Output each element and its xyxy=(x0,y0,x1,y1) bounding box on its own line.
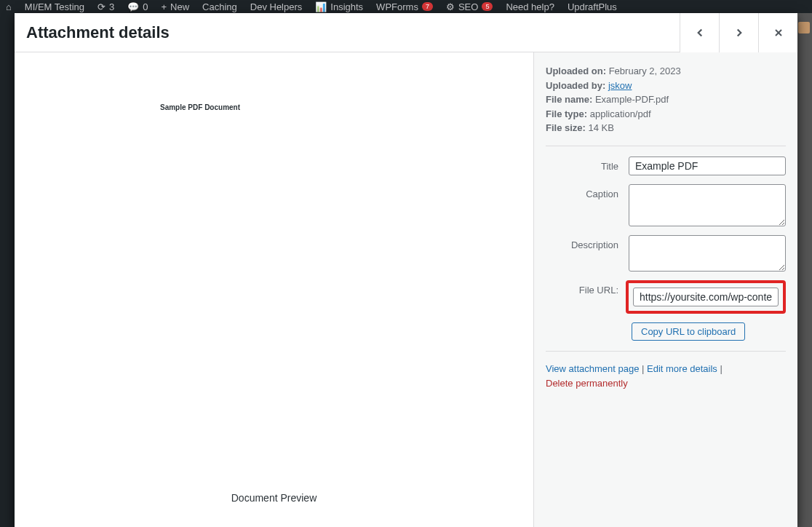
updates-count: 3 xyxy=(109,1,114,12)
caption-label: Caption xyxy=(546,184,618,199)
new-label: New xyxy=(170,1,189,12)
description-label: Description xyxy=(546,235,618,250)
dev-helpers-item[interactable]: Dev Helpers xyxy=(250,1,303,12)
close-icon xyxy=(773,27,784,39)
modal-body: Sample PDF Document Document Preview Upl… xyxy=(15,52,797,527)
help-item[interactable]: Need help? xyxy=(506,1,554,12)
details-pane: Uploaded on: February 2, 2023 Uploaded b… xyxy=(534,52,797,527)
document-preview-label: Document Preview xyxy=(231,492,317,504)
view-attachment-link[interactable]: View attachment page xyxy=(546,363,639,374)
updraft-item[interactable]: UpdraftPlus xyxy=(568,1,617,12)
file-type-value: application/pdf xyxy=(590,108,651,119)
file-name-label: File name: xyxy=(546,94,592,105)
action-links: View attachment page | Edit more details… xyxy=(546,362,786,392)
caption-textarea[interactable] xyxy=(629,184,786,226)
seo-item[interactable]: ⚙ SEO 5 xyxy=(446,1,493,12)
modal-title: Attachment details xyxy=(15,23,680,42)
file-url-label: File URL: xyxy=(546,280,618,296)
separator: | xyxy=(720,363,722,374)
chevron-left-icon xyxy=(693,26,706,39)
seo-label: SEO xyxy=(458,1,478,12)
title-input[interactable] xyxy=(629,156,786,175)
description-textarea[interactable] xyxy=(629,235,786,272)
file-size-value: 14 KB xyxy=(589,122,614,133)
file-url-highlight xyxy=(626,280,786,314)
modal-header: Attachment details xyxy=(15,13,797,52)
uploaded-on-value: February 2, 2023 xyxy=(609,66,681,76)
seo-badge: 5 xyxy=(482,2,493,11)
next-button[interactable] xyxy=(719,13,758,52)
sidebar-icon[interactable] xyxy=(0,67,15,82)
wp-logo-icon[interactable]: ⌂ xyxy=(6,1,12,12)
meta-block: Uploaded on: February 2, 2023 Uploaded b… xyxy=(546,64,786,135)
caption-row: Caption xyxy=(546,184,786,226)
comments-item[interactable]: 💬 0 xyxy=(127,1,148,12)
admin-sidebar xyxy=(0,13,15,527)
title-row: Title xyxy=(546,156,786,175)
wpforms-label: WPForms xyxy=(376,1,418,12)
uploaded-by-link[interactable]: jskow xyxy=(608,80,632,91)
comments-count: 0 xyxy=(143,1,148,12)
file-type-label: File type: xyxy=(546,108,587,119)
file-name-value: Example-PDF.pdf xyxy=(595,94,669,105)
edit-more-link[interactable]: Edit more details xyxy=(647,363,717,374)
avatar[interactable] xyxy=(798,22,810,33)
chevron-right-icon xyxy=(733,26,746,39)
wpforms-item[interactable]: WPForms 7 xyxy=(376,1,433,12)
insights-item[interactable]: 📊 Insights xyxy=(315,1,363,12)
new-item[interactable]: + New xyxy=(161,1,189,12)
separator: | xyxy=(642,363,647,374)
divider xyxy=(546,351,786,352)
uploaded-on-label: Uploaded on: xyxy=(546,66,606,76)
insights-label: Insights xyxy=(330,1,363,12)
site-name[interactable]: MI/EM Testing xyxy=(25,1,84,12)
title-label: Title xyxy=(546,156,618,172)
delete-permanently-link[interactable]: Delete permanently xyxy=(546,378,628,389)
caching-item[interactable]: Caching xyxy=(202,1,237,12)
uploaded-by-label: Uploaded by: xyxy=(546,80,605,91)
attachment-details-modal: Attachment details Sample PDF Document D… xyxy=(15,13,797,527)
file-url-input[interactable] xyxy=(633,288,779,306)
updates-item[interactable]: ⟳ 3 xyxy=(97,1,114,12)
file-size-label: File size: xyxy=(546,122,586,133)
sidebar-icon[interactable] xyxy=(0,44,15,58)
description-row: Description xyxy=(546,235,786,272)
divider xyxy=(546,146,786,146)
sidebar-icon[interactable] xyxy=(0,20,15,35)
document-sample-text: Sample PDF Document xyxy=(29,67,519,111)
preview-pane: Sample PDF Document Document Preview xyxy=(15,52,534,527)
copy-url-button[interactable]: Copy URL to clipboard xyxy=(632,322,745,341)
file-url-row: File URL: xyxy=(546,280,786,314)
sidebar-icon[interactable] xyxy=(0,90,15,105)
prev-button[interactable] xyxy=(680,13,719,52)
admin-bar: ⌂ MI/EM Testing ⟳ 3 💬 0 + New Caching De… xyxy=(0,0,812,13)
close-button[interactable] xyxy=(758,13,797,52)
wpforms-badge: 7 xyxy=(422,2,433,11)
